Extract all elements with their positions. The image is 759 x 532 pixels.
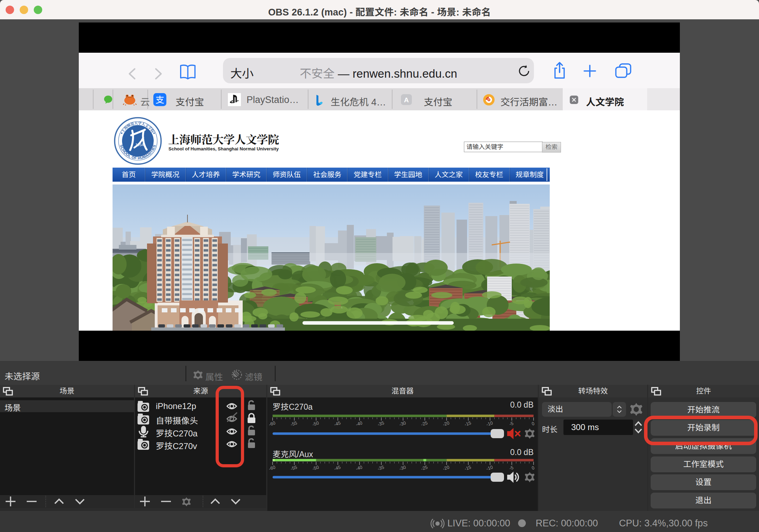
svg-text:A: A — [404, 96, 409, 104]
svg-text:1954: 1954 — [135, 143, 144, 147]
svg-text:支: 支 — [155, 93, 164, 105]
